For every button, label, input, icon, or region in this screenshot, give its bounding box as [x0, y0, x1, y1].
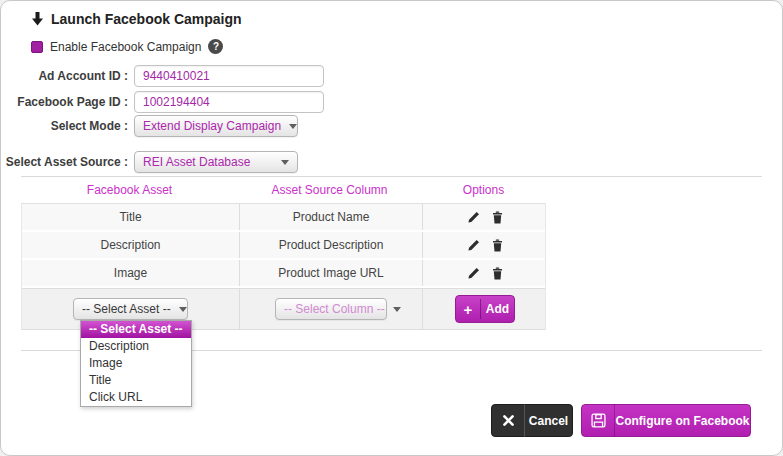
cancel-button[interactable]: Cancel — [491, 404, 573, 437]
enable-facebook-label: Enable Facebook Campaign — [50, 40, 201, 54]
asset-source-select-value: REI Asset Database — [143, 155, 250, 169]
asset-cell: Title — [22, 204, 239, 230]
collapse-down-arrow-icon[interactable] — [31, 12, 44, 26]
asset-source-label: Select Asset Source : — [1, 155, 128, 169]
row-options — [466, 238, 504, 252]
cancel-button-label: Cancel — [525, 414, 572, 428]
row-options — [466, 266, 504, 280]
asset-mapping-table: Facebook Asset Asset Source Column Optio… — [21, 177, 546, 330]
caret-down-icon — [179, 307, 187, 312]
mode-select[interactable]: Extend Display Campaign — [134, 115, 298, 137]
source-column-cell: Product Image URL — [239, 260, 422, 286]
new-column-select[interactable]: -- Select Column -- — [275, 298, 387, 320]
table-body: Title Product Name — [21, 203, 546, 330]
edit-pencil-icon[interactable] — [466, 266, 480, 280]
add-button-label: Add — [481, 302, 514, 316]
asset-source-row: Select Asset Source : REI Asset Database — [1, 151, 783, 173]
delete-trash-icon[interactable] — [490, 238, 504, 252]
configure-on-facebook-button[interactable]: Configure on Facebook — [581, 404, 751, 437]
dropdown-option-description[interactable]: Description — [81, 338, 191, 355]
new-asset-select[interactable]: -- Select Asset -- — [73, 298, 188, 320]
column-header-facebook-asset: Facebook Asset — [21, 183, 238, 197]
dropdown-option-click-url[interactable]: Click URL — [81, 389, 191, 406]
delete-trash-icon[interactable] — [490, 266, 504, 280]
select-mode-row: Select Mode : Extend Display Campaign — [1, 115, 783, 137]
table-row: Description Product Description — [22, 232, 545, 260]
mode-select-value: Extend Display Campaign — [143, 119, 281, 133]
ad-account-row: Ad Account ID : — [1, 65, 783, 87]
asset-cell: Image — [22, 260, 239, 286]
panel-header: Launch Facebook Campaign — [31, 11, 242, 27]
facebook-page-id-label: Facebook Page ID : — [1, 95, 128, 109]
save-floppy-icon — [582, 413, 614, 428]
source-column-cell: Product Name — [239, 204, 422, 230]
edit-pencil-icon[interactable] — [466, 238, 480, 252]
edit-pencil-icon[interactable] — [466, 210, 480, 224]
ad-account-id-label: Ad Account ID : — [1, 69, 128, 83]
source-column-cell: Product Description — [239, 232, 422, 258]
close-x-icon — [492, 415, 524, 426]
new-column-select-value: -- Select Column -- — [284, 302, 385, 316]
row-options — [466, 210, 504, 224]
asset-source-select[interactable]: REI Asset Database — [134, 151, 298, 173]
dropdown-option-select-asset[interactable]: -- Select Asset -- — [81, 321, 191, 338]
caret-down-icon — [281, 160, 289, 165]
column-header-asset-source-column: Asset Source Column — [238, 183, 421, 197]
delete-trash-icon[interactable] — [490, 210, 504, 224]
configure-button-label: Configure on Facebook — [615, 414, 750, 428]
campaign-panel: Launch Facebook Campaign Enable Facebook… — [0, 0, 783, 456]
page-title: Launch Facebook Campaign — [51, 11, 242, 27]
new-asset-select-value: -- Select Asset -- — [82, 302, 171, 316]
help-icon[interactable]: ? — [208, 39, 223, 54]
table-header-row: Facebook Asset Asset Source Column Optio… — [21, 177, 546, 203]
ad-account-id-input[interactable] — [134, 65, 324, 87]
column-header-options: Options — [421, 183, 546, 197]
plus-icon: + — [456, 301, 480, 318]
table-row: Title Product Name — [22, 204, 545, 232]
launch-facebook-campaign-screen: Launch Facebook Campaign Enable Facebook… — [0, 0, 783, 456]
asset-select-dropdown-list: -- Select Asset -- Description Image Tit… — [80, 320, 192, 407]
caret-down-icon — [393, 307, 401, 312]
add-button[interactable]: + Add — [455, 295, 515, 323]
select-mode-label: Select Mode : — [1, 119, 128, 133]
asset-cell: Description — [22, 232, 239, 258]
enable-row: Enable Facebook Campaign ? — [31, 39, 223, 54]
facebook-page-row: Facebook Page ID : — [1, 91, 783, 113]
dropdown-option-image[interactable]: Image — [81, 355, 191, 372]
facebook-page-id-input[interactable] — [134, 91, 324, 113]
dropdown-option-title[interactable]: Title — [81, 372, 191, 389]
table-row: Image Product Image URL — [22, 260, 545, 288]
enable-facebook-checkbox[interactable] — [31, 41, 43, 53]
caret-down-icon — [289, 124, 297, 129]
